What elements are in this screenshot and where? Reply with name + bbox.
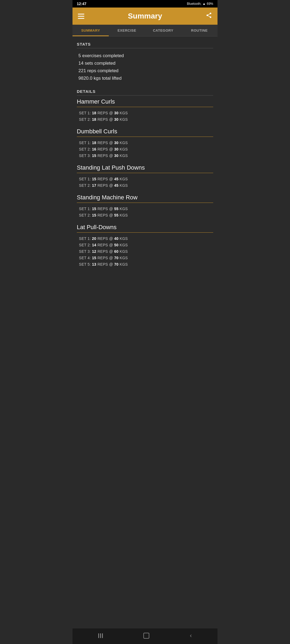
signal-icon: ▲ <box>202 2 206 6</box>
exercise-name: Dumbbell Curls <box>77 128 213 137</box>
tab-category[interactable]: CATEGORY <box>145 25 181 36</box>
app-header: Summary <box>73 8 218 25</box>
bottom-navigation: ‹ <box>73 628 218 644</box>
nav-back-button[interactable]: ‹ <box>190 632 192 639</box>
set-row: SET 3: 15 REPS @ 30 KGS <box>77 152 213 159</box>
set-row: SET 5: 13 REPS @ 70 KGS <box>77 261 213 268</box>
set-row: SET 2: 15 REPS @ 55 KGS <box>77 212 213 218</box>
set-row: SET 1: 15 REPS @ 55 KGS <box>77 206 213 212</box>
exercise-block: Dumbbell CurlsSET 1: 18 REPS @ 30 KGSSET… <box>77 128 213 159</box>
stat-item: 5 exercises completed <box>78 52 212 60</box>
back-icon: ‹ <box>190 632 192 639</box>
set-row: SET 1: 18 REPS @ 30 KGS <box>77 140 213 146</box>
stat-item: 14 sets completed <box>78 60 212 67</box>
exercises-container: Hammer CurlsSET 1: 18 REPS @ 30 KGSSET 2… <box>77 98 213 268</box>
exercise-name: Standing Lat Push Downs <box>77 164 213 173</box>
status-bar: 12:47 Bluetooth; ▲ 69% <box>73 0 218 8</box>
tab-exercise[interactable]: EXERCISE <box>109 25 145 36</box>
status-time: 12:47 <box>77 2 86 6</box>
details-section-header: DETAILS <box>77 89 213 96</box>
stat-item: 9820.0 kgs total lifted <box>78 75 212 82</box>
exercise-block: Standing Machine RowSET 1: 15 REPS @ 55 … <box>77 194 213 218</box>
nav-recents-button[interactable] <box>98 633 103 638</box>
stats-section-header: STATS <box>77 42 213 48</box>
set-row: SET 2: 14 REPS @ 50 KGS <box>77 242 213 248</box>
recents-icon <box>98 633 103 638</box>
bluetooth-icon: Bluetooth; <box>187 2 201 6</box>
status-icons: Bluetooth; ▲ 69% <box>187 2 213 6</box>
tab-bar: SUMMARY EXERCISE CATEGORY ROUTINE <box>73 25 218 36</box>
details-section: DETAILS Hammer CurlsSET 1: 18 REPS @ 30 … <box>77 89 213 268</box>
share-button[interactable] <box>206 12 212 20</box>
stats-list: 5 exercises completed 14 sets completed … <box>77 51 213 86</box>
header-title: Summary <box>128 12 162 20</box>
tab-routine[interactable]: ROUTINE <box>181 25 218 36</box>
home-icon <box>143 633 149 639</box>
set-row: SET 3: 12 REPS @ 60 KGS <box>77 248 213 255</box>
set-row: SET 1: 20 REPS @ 40 KGS <box>77 235 213 242</box>
set-row: SET 1: 18 REPS @ 30 KGS <box>77 110 213 116</box>
nav-home-button[interactable] <box>143 633 149 639</box>
exercise-name: Standing Machine Row <box>77 194 213 203</box>
exercise-name: Lat Pull-Downs <box>77 224 213 233</box>
set-row: SET 2: 18 REPS @ 30 KGS <box>77 116 213 123</box>
exercise-block: Standing Lat Push DownsSET 1: 15 REPS @ … <box>77 164 213 189</box>
exercise-name: Hammer Curls <box>77 98 213 107</box>
stat-item: 221 reps completed <box>78 67 212 75</box>
exercise-block: Hammer CurlsSET 1: 18 REPS @ 30 KGSSET 2… <box>77 98 213 123</box>
tab-summary[interactable]: SUMMARY <box>73 25 109 36</box>
menu-button[interactable] <box>78 14 84 19</box>
battery-text: 69% <box>207 2 213 6</box>
set-row: SET 2: 16 REPS @ 30 KGS <box>77 146 213 152</box>
set-row: SET 2: 17 REPS @ 45 KGS <box>77 182 213 189</box>
share-icon <box>206 12 212 19</box>
exercise-block: Lat Pull-DownsSET 1: 20 REPS @ 40 KGSSET… <box>77 224 213 268</box>
main-content: STATS 5 exercises completed 14 sets comp… <box>73 36 218 278</box>
set-row: SET 1: 15 REPS @ 45 KGS <box>77 176 213 182</box>
set-row: SET 4: 15 REPS @ 70 KGS <box>77 255 213 261</box>
